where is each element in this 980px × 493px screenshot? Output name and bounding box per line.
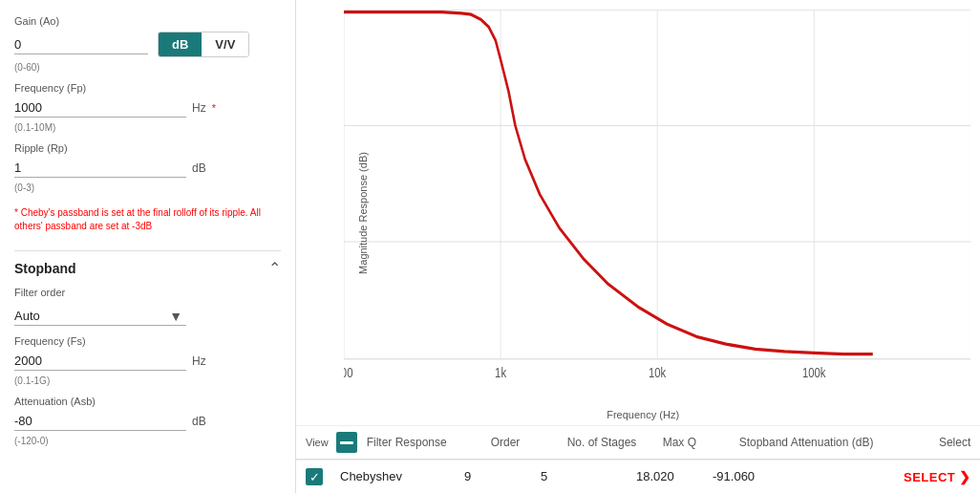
freq-fp-required: * [212, 102, 216, 114]
ripple-label: Ripple (Rp) [14, 142, 281, 154]
filter-order-select[interactable]: Auto [14, 307, 186, 326]
view-label: View [306, 437, 329, 448]
freq-fp-unit: Hz [192, 101, 206, 115]
vv-toggle-btn[interactable]: V/V [202, 32, 248, 56]
cell-attenuation: -91.060 [713, 469, 904, 484]
passband-note: * Cheby's passband is set at the final r… [14, 206, 281, 233]
cell-order: 9 [464, 469, 541, 484]
row-data: Chebyshev 9 5 18.020 -91.060 SELECT ❯ [340, 469, 980, 484]
view-icon-btn[interactable] [336, 432, 357, 453]
col-max-q: Max Q [663, 436, 739, 449]
ripple-range: (0-3) [14, 182, 281, 193]
cell-max-q: 18.020 [636, 469, 713, 484]
svg-text:100k: 100k [802, 365, 826, 381]
svg-text:10k: 10k [649, 365, 667, 381]
attn-range: (-120-0) [14, 436, 281, 446]
freq-fp-range: (0.1-10M) [14, 122, 281, 133]
filter-order-select-wrapper: Auto ▼ [14, 307, 186, 326]
col-attenuation: Stopband Attenuation (dB) [739, 436, 930, 449]
table-row: ✓ Chebyshev 9 5 18.020 -91.060 SELECT ❯ [296, 461, 980, 493]
svg-text:100: 100 [344, 365, 352, 381]
cell-filter-response: Chebyshev [340, 469, 464, 484]
col-filter-response: Filter Response [367, 436, 491, 449]
col-select: Select [930, 436, 980, 449]
db-toggle-btn[interactable]: dB [159, 32, 202, 56]
cell-stages: 5 [541, 469, 636, 484]
right-panel: Magnitude Response (dB) Frequency (Hz) 0… [296, 0, 980, 493]
freq-fs-range: (0.1-1G) [14, 375, 281, 386]
table-header: View Filter Response Order No. of Stages… [296, 426, 980, 460]
stopband-title: Stopband [14, 261, 76, 276]
freq-fs-input[interactable] [14, 352, 186, 371]
gain-range: (0-60) [14, 62, 281, 73]
col-stages: No. of Stages [567, 436, 663, 449]
freq-fp-input[interactable] [14, 98, 186, 118]
cell-select: SELECT ❯ [904, 469, 980, 484]
freq-fs-unit: Hz [192, 354, 206, 368]
stopband-header: Stopband ⌃ [14, 250, 281, 277]
freq-fp-label: Frequency (Fp) [14, 82, 281, 94]
gain-unit-toggle: dB V/V [158, 32, 249, 57]
view-icon-line [340, 441, 353, 444]
chart-area: Magnitude Response (dB) Frequency (Hz) 0… [296, 0, 980, 425]
attn-unit: dB [192, 415, 206, 428]
gain-label: Gain (Ao) [14, 15, 281, 27]
left-panel: Gain (Ao) dB V/V (0-60) Frequency (Fp) H… [0, 0, 296, 493]
stopband-chevron[interactable]: ⌃ [268, 259, 281, 277]
row-checkbox-wrapper: ✓ [306, 468, 340, 485]
frequency-response-chart: 0 -100 -200 -300 100 1k 10k 100k [344, 10, 970, 397]
x-axis-label: Frequency (Hz) [607, 409, 679, 420]
col-order: Order [491, 436, 567, 449]
table-columns: Filter Response Order No. of Stages Max … [367, 436, 980, 449]
svg-text:1k: 1k [495, 365, 506, 381]
attn-label: Attenuation (Asb) [14, 396, 281, 407]
filter-order-label: Filter order [14, 287, 281, 298]
attn-input[interactable] [14, 412, 186, 431]
select-chevron-icon: ❯ [959, 469, 970, 484]
gain-input[interactable] [14, 35, 148, 54]
y-axis-label: Magnitude Response (dB) [357, 152, 369, 274]
checkmark-icon: ✓ [309, 471, 320, 483]
row-checkbox[interactable]: ✓ [306, 468, 323, 485]
ripple-input[interactable] [14, 159, 186, 178]
ripple-unit: dB [192, 161, 206, 175]
select-button[interactable]: SELECT [904, 470, 955, 484]
freq-fs-label: Frequency (Fs) [14, 335, 281, 347]
